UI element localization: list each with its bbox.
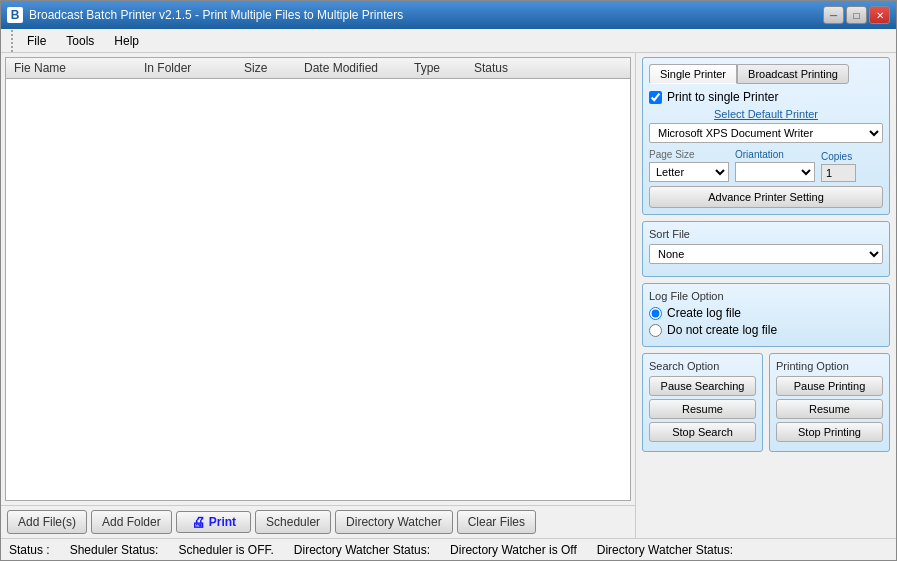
advance-printer-setting-button[interactable]: Advance Printer Setting xyxy=(649,186,883,208)
orientation-label: Oriantation xyxy=(735,149,815,160)
add-files-button[interactable]: Add File(s) xyxy=(7,510,87,534)
directory-watcher-label2: Directory Watcher Status: xyxy=(597,543,733,557)
table-body xyxy=(6,79,630,496)
file-table: Fie Name In Folder Size Date Modified Ty… xyxy=(5,57,631,501)
app-icon: B xyxy=(7,7,23,23)
grip-handle xyxy=(9,28,15,54)
menu-file[interactable]: File xyxy=(19,32,54,50)
printer-icon: 🖨 xyxy=(191,514,205,530)
no-create-log-radio[interactable] xyxy=(649,324,662,337)
pause-searching-button[interactable]: Pause Searching xyxy=(649,376,756,396)
status-label: Status : xyxy=(9,543,50,557)
menu-tools[interactable]: Tools xyxy=(58,32,102,50)
titlebar: B Broadcast Batch Printer v2.1.5 - Print… xyxy=(1,1,896,29)
printer-options: Page Size Letter Oriantation Copies 1 xyxy=(649,149,883,182)
print-button[interactable]: 🖨 Print xyxy=(176,511,251,533)
col-header-folder: In Folder xyxy=(140,61,240,75)
print-to-single-checkbox[interactable] xyxy=(649,91,662,104)
col-header-type: Type xyxy=(410,61,470,75)
col-header-status: Status xyxy=(470,61,550,75)
sort-file-dropdown[interactable]: None xyxy=(649,244,883,264)
no-create-log-label: Do not create log file xyxy=(667,323,777,337)
create-log-row: Create log file xyxy=(649,306,883,320)
page-size-group: Page Size Letter xyxy=(649,149,729,182)
window-title: Broadcast Batch Printer v2.1.5 - Print M… xyxy=(29,8,403,22)
orientation-dropdown[interactable] xyxy=(735,162,815,182)
col-header-size: Size xyxy=(240,61,300,75)
copies-group: Copies 1 xyxy=(821,151,856,182)
tab-broadcast-printing[interactable]: Broadcast Printing xyxy=(737,64,849,84)
content-area: Fie Name In Folder Size Date Modified Ty… xyxy=(1,53,896,538)
copies-label: Copies xyxy=(821,151,856,162)
clear-files-button[interactable]: Clear Files xyxy=(457,510,536,534)
tab-bar: Single Printer Broadcast Printing xyxy=(649,64,883,84)
print-to-single-label: Print to single Printer xyxy=(667,90,778,104)
sort-section: Sort File None xyxy=(642,221,890,277)
col-header-filename: Fie Name xyxy=(10,61,140,75)
log-file-label: Log File Option xyxy=(649,290,883,302)
directory-watcher-label: Directory Watcher Status: xyxy=(294,543,430,557)
stop-printing-button[interactable]: Stop Printing xyxy=(776,422,883,442)
right-panel: Single Printer Broadcast Printing Print … xyxy=(636,53,896,538)
printer-dropdown[interactable]: Microsoft XPS Document Writer xyxy=(649,123,883,143)
status-bar: Status : Sheduler Status: Scheduler is O… xyxy=(1,538,896,560)
create-log-label: Create log file xyxy=(667,306,741,320)
titlebar-left: B Broadcast Batch Printer v2.1.5 - Print… xyxy=(7,7,403,23)
print-label: Print xyxy=(209,515,236,529)
maximize-button[interactable]: □ xyxy=(846,6,867,24)
minimize-button[interactable]: ─ xyxy=(823,6,844,24)
printing-option-title: Printing Option xyxy=(776,360,883,372)
sort-file-label: Sort File xyxy=(649,228,883,240)
stop-search-button[interactable]: Stop Search xyxy=(649,422,756,442)
create-log-radio[interactable] xyxy=(649,307,662,320)
menu-help[interactable]: Help xyxy=(106,32,147,50)
page-size-label: Page Size xyxy=(649,149,729,160)
left-panel: Fie Name In Folder Size Date Modified Ty… xyxy=(1,53,636,538)
search-option-group: Search Option Pause Searching Resume Sto… xyxy=(642,353,763,452)
orientation-group: Oriantation xyxy=(735,149,815,182)
printer-section: Single Printer Broadcast Printing Print … xyxy=(642,57,890,215)
printing-resume-button[interactable]: Resume xyxy=(776,399,883,419)
menubar: File Tools Help xyxy=(1,29,896,53)
search-resume-button[interactable]: Resume xyxy=(649,399,756,419)
scheduler-status-value: Scheduler is OFF. xyxy=(178,543,273,557)
no-create-log-row: Do not create log file xyxy=(649,323,883,337)
table-header: Fie Name In Folder Size Date Modified Ty… xyxy=(6,58,630,79)
log-section: Log File Option Create log file Do not c… xyxy=(642,283,890,347)
scheduler-button[interactable]: Scheduler xyxy=(255,510,331,534)
printing-option-group: Printing Option Pause Printing Resume St… xyxy=(769,353,890,452)
pause-printing-button[interactable]: Pause Printing xyxy=(776,376,883,396)
titlebar-controls: ─ □ ✕ xyxy=(823,6,890,24)
add-folder-button[interactable]: Add Folder xyxy=(91,510,172,534)
main-window: B Broadcast Batch Printer v2.1.5 - Print… xyxy=(0,0,897,561)
col-header-date: Date Modified xyxy=(300,61,410,75)
action-section: Search Option Pause Searching Resume Sto… xyxy=(642,353,890,452)
select-default-printer-label: Select Default Printer xyxy=(649,108,883,120)
page-size-dropdown[interactable]: Letter xyxy=(649,162,729,182)
directory-watcher-value: Directory Watcher is Off xyxy=(450,543,577,557)
print-to-single-row: Print to single Printer xyxy=(649,90,883,104)
scheduler-status-label: Sheduler Status: xyxy=(70,543,159,557)
search-option-title: Search Option xyxy=(649,360,756,372)
close-button[interactable]: ✕ xyxy=(869,6,890,24)
copies-input[interactable]: 1 xyxy=(821,164,856,182)
tab-single-printer[interactable]: Single Printer xyxy=(649,64,737,84)
bottom-toolbar: Add File(s) Add Folder 🖨 Print Scheduler… xyxy=(1,505,635,538)
directory-watcher-button[interactable]: Directory Watcher xyxy=(335,510,453,534)
